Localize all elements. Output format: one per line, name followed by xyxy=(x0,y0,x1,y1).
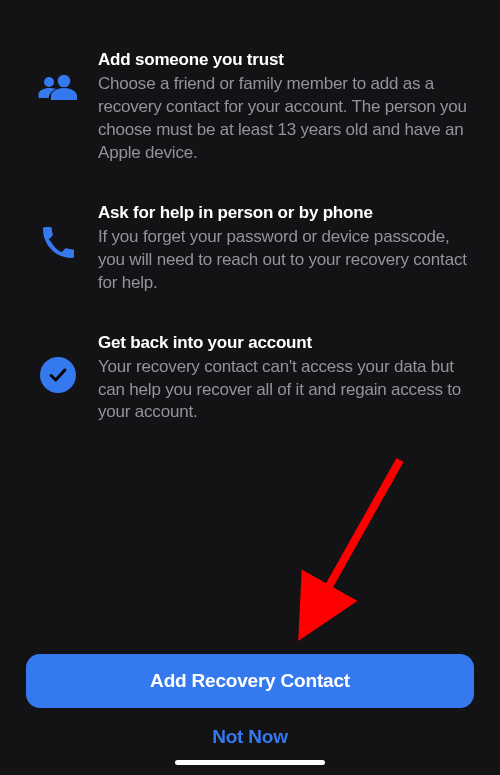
arrow-annotation-icon xyxy=(290,450,420,650)
svg-point-0 xyxy=(58,75,71,88)
info-block-regain: Get back into your account Your recovery… xyxy=(28,333,472,425)
checkmark-circle-icon xyxy=(40,357,76,393)
info-block-trust: Add someone you trust Choose a friend or… xyxy=(28,50,472,165)
block-title-trust: Add someone you trust xyxy=(98,50,472,70)
people-icon xyxy=(38,74,78,100)
bottom-area: Add Recovery Contact Not Now xyxy=(0,654,500,775)
text-col: Add someone you trust Choose a friend or… xyxy=(88,50,472,165)
icon-col xyxy=(28,333,88,393)
text-col: Get back into your account Your recovery… xyxy=(88,333,472,425)
block-title-regain: Get back into your account xyxy=(98,333,472,353)
not-now-button[interactable]: Not Now xyxy=(26,726,474,748)
home-indicator[interactable] xyxy=(175,760,325,765)
svg-point-1 xyxy=(44,77,54,87)
icon-col xyxy=(28,50,88,100)
phone-icon xyxy=(42,227,74,259)
block-body-regain: Your recovery contact can't access your … xyxy=(98,356,472,425)
info-content: Add someone you trust Choose a friend or… xyxy=(0,0,500,424)
text-col: Ask for help in person or by phone If yo… xyxy=(88,203,472,295)
block-body-help: If you forget your password or device pa… xyxy=(98,226,472,295)
svg-line-3 xyxy=(310,460,400,620)
info-block-help: Ask for help in person or by phone If yo… xyxy=(28,203,472,295)
icon-col xyxy=(28,203,88,259)
block-body-trust: Choose a friend or family member to add … xyxy=(98,73,472,165)
add-recovery-contact-button[interactable]: Add Recovery Contact xyxy=(26,654,474,708)
block-title-help: Ask for help in person or by phone xyxy=(98,203,472,223)
